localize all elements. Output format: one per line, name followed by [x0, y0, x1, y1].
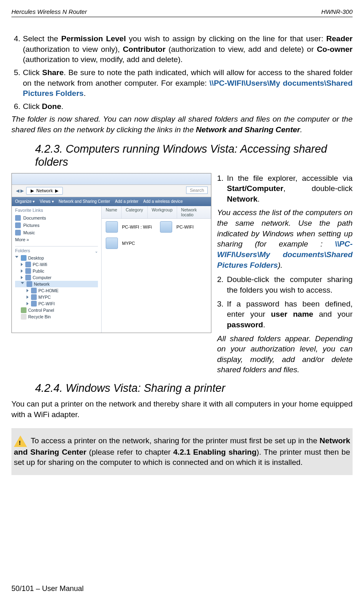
- ss-breadcrumb: ▶Network▶: [26, 187, 63, 195]
- ss-fav-header: Favorite Links: [15, 208, 98, 213]
- access-note: You access the list of the computers on …: [217, 207, 353, 270]
- ss-tree-item: Computer: [15, 274, 98, 281]
- ss-tree-item: PC-WIFI: [15, 300, 98, 307]
- desktop-icon: [21, 255, 27, 261]
- network-icon: [27, 281, 32, 287]
- folder-icon: [25, 262, 31, 267]
- ss-main-area: Name Category Workgroup Network locatio …: [102, 206, 211, 333]
- ss-fav-item: More »: [15, 236, 98, 243]
- ss-toolbar: Organize ▾ Views ▾ Network and Sharing C…: [12, 197, 211, 206]
- ss-search-field: Search: [186, 187, 208, 194]
- ss-tree-item: MYPC: [15, 294, 98, 300]
- list-item-5: 5. Click Share. Be sure to note the path…: [11, 67, 353, 99]
- list-body: Click Done.: [23, 101, 353, 112]
- warning-icon: [14, 435, 27, 447]
- pc-icon: [31, 301, 37, 307]
- computer-icon: [25, 275, 31, 280]
- section-heading-424: 4.2.4. Windows Vista: Sharing a printer: [11, 382, 353, 395]
- page-footer: 50/101 – User Manual: [11, 584, 84, 593]
- pc-icon: [106, 238, 118, 249]
- list-item-6: 6. Click Done.: [11, 101, 353, 112]
- ss-fav-item: Music: [15, 229, 98, 236]
- folder-icon: [15, 230, 21, 235]
- ss-sidebar: Favorite Links Documents Pictures Music …: [12, 206, 102, 333]
- pc-icon: [31, 294, 37, 300]
- list-body: Click Share. Be sure to note the path in…: [23, 67, 353, 99]
- header-divider: [11, 17, 353, 17]
- ss-network-item: MYPC: [102, 235, 211, 251]
- header-left: Hercules Wireless N Router: [11, 8, 87, 15]
- header-right: HWNR-300: [321, 8, 353, 15]
- step-1: 1. In the file explorer, accessible via …: [217, 173, 353, 204]
- section-heading-423: 4.2.3. Computers running Windows Vista: …: [11, 142, 353, 169]
- ss-folders-header: Folders: [15, 248, 30, 253]
- ss-address-bar: ◀ ▶ ▶Network▶: [12, 185, 211, 197]
- ss-tree-item: Public: [15, 268, 98, 274]
- control-panel-icon: [21, 307, 27, 313]
- list-item-4: 4. Select the Permission Level you wish …: [11, 33, 353, 65]
- pc-icon: [106, 221, 118, 233]
- ss-network-item: PC-WIFI: [156, 219, 198, 235]
- ss-fav-item: Documents: [15, 214, 98, 222]
- ss-tree-item: Recycle Bin: [15, 313, 98, 320]
- shared-folders-note: All shared folders appear. Depending on …: [217, 333, 353, 375]
- ss-tree-item: PC-HOME: [15, 287, 98, 294]
- step-3: 3. If a password has been defined, enter…: [217, 299, 353, 330]
- printer-paragraph: You can put a printer on the network and…: [11, 399, 353, 420]
- right-column: 1. In the file explorer, accessible via …: [217, 173, 353, 380]
- ss-network-item: PC-WIFI : WiFi: [102, 219, 156, 235]
- folder-icon: [15, 215, 21, 221]
- ss-tree-item: PC-Wifi: [15, 261, 98, 268]
- recycle-bin-icon: [21, 314, 27, 320]
- ss-fav-item: Pictures: [15, 222, 98, 229]
- step-2: 2. Double-click the computer sharing the…: [217, 274, 353, 295]
- pc-icon: [160, 221, 172, 233]
- explorer-screenshot: ◀ ▶ ▶Network▶ Search Organize ▾ Views ▾ …: [11, 173, 211, 333]
- ss-titlebar: [12, 173, 211, 185]
- list-body: Select the Permission Level you wish to …: [23, 33, 353, 65]
- warning-box: To access a printer on the network, shar…: [11, 428, 353, 475]
- ss-tree-item: Network: [15, 281, 98, 287]
- pc-icon: [31, 288, 37, 293]
- ss-tree-item: Desktop: [15, 255, 98, 261]
- page-header: Hercules Wireless N Router HWNR-300: [11, 8, 353, 15]
- note-shared-folder: The folder is now shared. You can now di…: [11, 114, 353, 135]
- folder-icon: [15, 222, 21, 228]
- list-num: 4.: [11, 33, 23, 65]
- list-num: 5.: [11, 67, 23, 99]
- ss-column-headers: Name Category Workgroup Network locatio: [102, 206, 211, 219]
- list-num: 6.: [11, 101, 23, 112]
- ss-tree-item: Control Panel: [15, 307, 98, 313]
- folder-icon: [25, 268, 31, 274]
